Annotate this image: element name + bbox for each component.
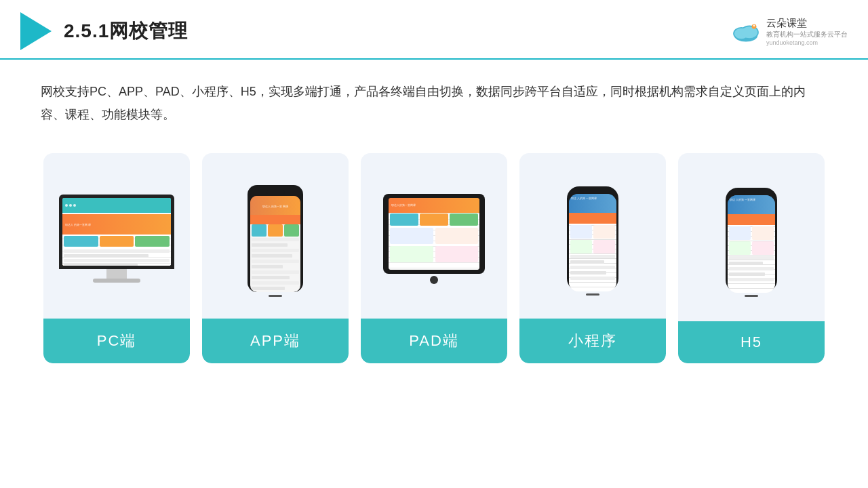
app-phone-mockup: 职达人的第一堂网课 — [248, 185, 303, 292]
h5-phone-home — [745, 295, 758, 297]
tablet-home-button — [430, 276, 438, 284]
app-phone-screen: 职达人的第一堂网课 — [250, 196, 300, 292]
card-h5: 职达人的第一堂网课 — [678, 153, 825, 363]
page-header: 2.5.1网校管理 云朵课堂 教育机构一站式服务云平台 yunduoketang… — [0, 0, 868, 60]
logo-brand: 云朵课堂 — [766, 17, 848, 30]
logo-url: yunduoketang.com — [766, 39, 848, 46]
mini-phone-notch — [585, 190, 600, 192]
app-phone-notch — [266, 190, 285, 194]
card-pc-label: PC端 — [43, 319, 190, 363]
header-left: 2.5.1网校管理 — [20, 12, 188, 50]
h5-card-4 — [752, 241, 774, 255]
h5-phone-mockup: 职达人的第一堂网课 — [726, 188, 777, 292]
pc-mockup: 职达人的第一堂网课 — [59, 195, 174, 283]
h5-card-1 — [729, 226, 751, 240]
mini-orange-strip — [569, 213, 616, 224]
platform-cards: 职达人的第一堂网课 — [0, 133, 868, 384]
app-phone-home — [269, 295, 282, 297]
mini-phone-home — [586, 293, 599, 296]
card-pad-label: PAD端 — [361, 319, 507, 363]
tablet-screen: 职达人的第一堂网课 — [389, 198, 479, 270]
h5-screen-content: 职达人的第一堂网课 — [728, 195, 775, 293]
app-screen-content: 职达人的第一堂网课 — [250, 196, 300, 292]
h5-phone-notch — [744, 191, 759, 194]
h5-phone-outer: 职达人的第一堂网课 — [726, 188, 777, 292]
tablet-mockup: 职达人的第一堂网课 — [383, 194, 485, 284]
card-mini-label: 小程序 — [519, 319, 666, 363]
card-pc: 职达人的第一堂网课 — [43, 153, 190, 363]
tablet-outer: 职达人的第一堂网课 — [383, 194, 485, 274]
cloud-icon — [730, 20, 762, 42]
pc-screen-outer: 职达人的第一堂网课 — [59, 195, 174, 269]
h5-orange-strip — [728, 214, 775, 225]
logo-subtitle: 教育机构一站式服务云平台 — [766, 30, 848, 39]
pc-screen-inner: 职达人的第一堂网课 — [62, 198, 171, 266]
app-screen-bar: 职达人的第一堂网课 — [250, 196, 300, 216]
mini-card-3 — [570, 240, 592, 253]
h5-card-2 — [752, 226, 774, 240]
card-app-label: APP端 — [202, 319, 349, 363]
card-app: 职达人的第一堂网课 — [202, 153, 349, 363]
pc-stand — [106, 269, 127, 279]
page-title: 2.5.1网校管理 — [64, 18, 188, 44]
card-pad-image: 职达人的第一堂网课 — [361, 153, 507, 319]
card-pc-image: 职达人的第一堂网课 — [43, 153, 190, 319]
mini-card-1 — [570, 225, 592, 239]
brand-triangle-icon — [20, 12, 52, 50]
card-h5-image: 职达人的第一堂网课 — [678, 153, 825, 321]
mini-phone-mockup: 职达人的第一堂网课 — [567, 186, 618, 291]
logo-text: 云朵课堂 教育机构一站式服务云平台 yunduoketang.com — [766, 17, 848, 46]
pc-screen-content: 职达人的第一堂网课 — [62, 198, 171, 266]
mini-card-blocks — [570, 225, 615, 253]
card-h5-label: H5 — [678, 321, 825, 363]
description-text: 网校支持PC、APP、PAD、小程序、H5，实现多端打通，产品各终端自由切换，数… — [0, 60, 868, 133]
h5-phone-screen: 职达人的第一堂网课 — [728, 195, 775, 293]
cloud-logo: 云朵课堂 教育机构一站式服务云平台 yunduoketang.com — [730, 17, 848, 46]
card-app-image: 职达人的第一堂网课 — [202, 153, 349, 319]
h5-card-blocks — [729, 226, 774, 255]
mini-screen-content: 职达人的第一堂网课 — [569, 194, 616, 291]
app-phone-outer: 职达人的第一堂网课 — [248, 185, 303, 292]
pc-base — [93, 279, 140, 283]
card-miniprogram: 职达人的第一堂网课 — [519, 153, 666, 363]
h5-card-3 — [729, 241, 751, 255]
header-right: 云朵课堂 教育机构一站式服务云平台 yunduoketang.com — [730, 17, 848, 46]
card-pad: 职达人的第一堂网课 — [361, 153, 507, 363]
description-paragraph: 网校支持PC、APP、PAD、小程序、H5，实现多端打通，产品各终端自由切换，数… — [41, 80, 827, 126]
mini-card-2 — [593, 225, 615, 239]
mini-phone-screen: 职达人的第一堂网课 — [569, 194, 616, 291]
card-mini-image: 职达人的第一堂网课 — [519, 153, 666, 319]
mini-phone-outer: 职达人的第一堂网课 — [567, 186, 618, 291]
mini-card-4 — [593, 240, 615, 253]
